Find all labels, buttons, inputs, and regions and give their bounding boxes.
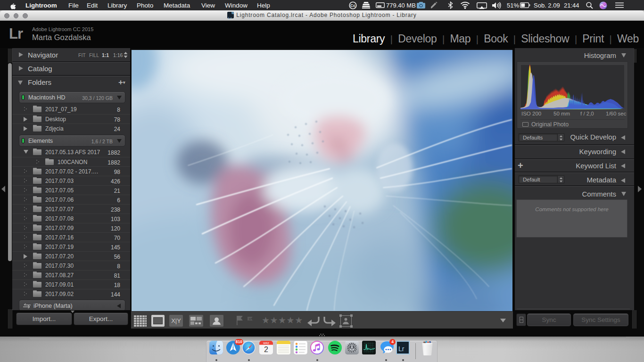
svg-text:x: x xyxy=(249,317,251,321)
svg-text:Lr: Lr xyxy=(398,345,405,353)
svg-text:WRZ: WRZ xyxy=(263,342,269,345)
svg-text:Cc: Cc xyxy=(350,3,355,8)
svg-text:2: 2 xyxy=(264,346,268,354)
